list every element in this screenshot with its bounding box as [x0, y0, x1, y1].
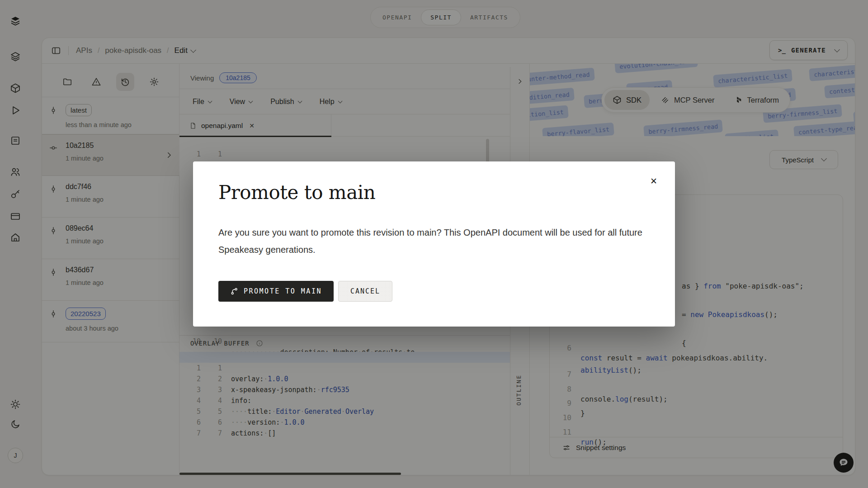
- cancel-button-label: CANCEL: [350, 287, 380, 295]
- dialog-title: Promote to main: [218, 181, 375, 204]
- close-icon[interactable]: ✕: [647, 174, 660, 188]
- dialog-body-text: Are you sure you want to promote this re…: [218, 224, 652, 258]
- promote-to-main-dialog: ✕ Promote to main Are you sure you want …: [193, 161, 675, 327]
- promote-to-main-button[interactable]: PROMOTE TO MAIN: [218, 281, 334, 302]
- dialog-actions: PROMOTE TO MAIN CANCEL: [218, 281, 392, 302]
- app-root: J OPENAPISPLITARTIFACTS APIs / poke-apis…: [0, 0, 868, 488]
- git-branch-icon: [230, 287, 238, 295]
- promote-button-label: PROMOTE TO MAIN: [244, 287, 322, 295]
- cancel-button[interactable]: CANCEL: [338, 281, 392, 302]
